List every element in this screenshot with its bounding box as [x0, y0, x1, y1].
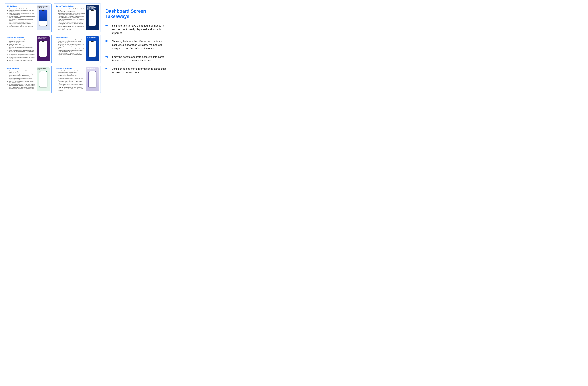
bullet: Chase icon is center aligned at the top …: [58, 39, 84, 42]
bullet: The amount of money in the account (or a…: [9, 76, 35, 81]
takeaway-text: Consider adding more information to card…: [111, 67, 169, 74]
phone-mock-icon: [39, 71, 47, 88]
screenshot-caption: Millions of pe already do.: [87, 37, 98, 38]
bullet: The amount of money is in bold and align…: [58, 16, 84, 18]
bullet: Heading that says "Hi, {user}": [9, 44, 35, 45]
bullet: Inbox, Products, and Log Out icons/links…: [58, 19, 84, 21]
card-bullets: There is a navigation slider at the top …: [7, 8, 35, 27]
card-screenshot: Manage your Bank of America® banking and…: [86, 5, 99, 30]
card-wells-fargo: Wells Fargo Dashboard Search bar at the …: [54, 66, 101, 93]
bullet: Accounts are separated into cards. (eg. …: [58, 8, 84, 11]
takeaway-number: 03: [105, 55, 109, 58]
bullet: Accounts are presented as cards.: [58, 76, 84, 78]
takeaway-item: 02 Chunking between the different accoun…: [105, 40, 169, 50]
bullet: Cards for viewing your FICO Credit Score…: [58, 84, 84, 87]
bullet: The amount of money is the largest text …: [9, 16, 35, 18]
phone-mock-icon: [88, 71, 96, 88]
bullet: For the vehicle loan, there's a small 'M…: [9, 54, 35, 57]
takeaway-text: Chunking between the different accounts …: [111, 40, 169, 50]
bullet: Search bar at the top of the dashboard.: [58, 11, 84, 12]
card-citi: Citi Dashboard There is a navigation sli…: [5, 3, 51, 32]
bullet: Navigation slider on the top of the scre…: [58, 13, 84, 15]
bullet: The checking account is displayed above …: [58, 45, 84, 48]
bullet: 'Good Afternoon' heading.: [58, 42, 84, 44]
card-bullets: Search bar at the top of the screen with…: [56, 70, 84, 91]
card-bullets: Accounts are separated into cards. (eg. …: [56, 8, 84, 30]
bullet: Search bar at the top of the screen with…: [58, 70, 84, 73]
dashboard-cards-grid: Citi Dashboard There is a navigation sli…: [5, 3, 101, 93]
card-chase: Chase Dashboard Chase icon is center ali…: [54, 35, 101, 63]
bullet: The amount of money in the account is th…: [58, 48, 84, 52]
bullet: A link to Log Out, a chat icon, inbox ic…: [9, 39, 35, 42]
card-ally: Ally Financial Dashboard A link to Log O…: [5, 35, 51, 63]
bullet: There's an account label underneath the …: [9, 60, 35, 61]
bullet: There's a 'Welcome' message and search i…: [9, 19, 35, 21]
bullet: No Wells Fargo logo displayed on this pa…: [58, 75, 84, 76]
slide-root: Citi Dashboard There is a navigation sli…: [5, 3, 169, 93]
card-screenshot: Millions of pe already do.: [86, 36, 99, 61]
screenshot-caption: Banking that has your back®: [38, 68, 49, 70]
takeaway-number: 01: [105, 24, 109, 27]
card-title: Chime Dashboard: [7, 68, 35, 69]
bullet: No logo displayed on this page.: [9, 24, 35, 26]
bullet: On the 'card' for each account, there ar…: [9, 81, 35, 83]
bullet: Amount of money in the account is aligne…: [9, 57, 35, 60]
card-chime: Chime Dashboard The logo is at the top o…: [5, 66, 51, 93]
card-body: Chime Dashboard The logo is at the top o…: [7, 68, 35, 91]
card-screenshot: Banking that has your back®: [37, 68, 50, 91]
card-screenshot: See your big picture: [86, 68, 99, 91]
takeaway-item: 01 It is important to have the amount of…: [105, 24, 169, 35]
takeaway-text: It may be best to separate accounts into…: [111, 55, 169, 63]
phone-mock-icon: [88, 10, 96, 26]
phone-mock-icon: [39, 41, 47, 57]
bullet: On the card for each account, there is t…: [58, 78, 84, 81]
bullet: The logo is at the top of the screen wit…: [9, 70, 35, 73]
card-body: Wells Fargo Dashboard Search bar at the …: [56, 68, 84, 91]
bullet: "Good Morning, {user}" heading.: [58, 73, 84, 75]
card-title: Bank of America Dasboard: [56, 5, 84, 7]
screenshot-caption: See your big picture: [87, 68, 98, 69]
bullet: For the credit builder option, there is …: [9, 84, 35, 86]
takeaway-item: 04 Consider adding more information to c…: [105, 67, 169, 74]
bullet: The amount of money is left aligned and …: [58, 81, 84, 84]
bullet: Small buttons for editing, Zelle, Fico S…: [9, 26, 35, 27]
card-body: Bank of America Dasboard Accounts are se…: [56, 5, 84, 30]
bullet: There are small buttons at the top of th…: [58, 52, 84, 57]
bullet: Account cards are darker in color and gr…: [9, 13, 35, 15]
bullet: Accounts are displayed under dropdowns (…: [9, 10, 35, 12]
bullet: Account Type headings are not a part of …: [9, 49, 35, 54]
takeaways-panel: Dashboard Screen Takeaways 01 It is impo…: [104, 3, 169, 74]
card-body: Chase Dashboard Chase icon is center ali…: [56, 36, 84, 61]
card-bank-of-america: Bank of America Dasboard Accounts are se…: [54, 3, 101, 32]
card-title: Citi Dashboard: [7, 5, 35, 7]
bullet: Accounts label with a card underneath fo…: [58, 44, 84, 45]
bullet: Given that there is an up arrow on the t…: [58, 26, 84, 29]
takeaway-number: 02: [105, 40, 109, 43]
bullet: There are two toggle switches (or an ico…: [9, 87, 35, 91]
card-bullets: Chase icon is center aligned at the top …: [56, 39, 84, 57]
screenshot-caption: A fresh look in a single, simple experie…: [38, 37, 49, 39]
bullet: Overall, the design is well-balanced so …: [58, 87, 84, 91]
bullet: The total amount of money is displayed b…: [9, 45, 35, 49]
takeaway-item: 03 It may be best to separate accounts i…: [105, 55, 169, 63]
card-bullets: The logo is at the top of the screen wit…: [7, 70, 35, 91]
bullet: The background is light green and the se…: [9, 73, 35, 76]
screenshot-caption: Mobile banking redesigned for everyday l…: [38, 6, 49, 8]
bullet: No logo displayed on this page.: [9, 42, 35, 44]
card-body: Ally Financial Dashboard A link to Log O…: [7, 36, 35, 61]
card-bullets: A link to Log Out, a chat icon, inbox ic…: [7, 39, 35, 61]
phone-mock-icon: [88, 41, 96, 57]
takeaway-number: 04: [105, 67, 109, 70]
card-title: Wells Fargo Dashboard: [56, 68, 84, 69]
card-body: Citi Dashboard There is a navigation sli…: [7, 5, 35, 30]
takeaway-list: 01 It is important to have the amount of…: [105, 24, 169, 74]
card-title: Chase Dashboard: [56, 36, 84, 38]
bullet: No logo besides on the cards.: [58, 29, 84, 30]
takeaway-text: It is important to have the amount of mo…: [111, 24, 169, 35]
card-screenshot: A fresh look in a single, simple experie…: [37, 36, 50, 61]
phone-mock-icon: [39, 10, 47, 26]
screenshot-caption: Manage your Bank of America® banking and…: [87, 6, 98, 10]
card-screenshot: Mobile banking redesigned for everyday l…: [37, 5, 50, 30]
card-title: Ally Financial Dashboard: [7, 36, 35, 38]
bullet: There is a navigation slider at the top …: [9, 8, 35, 10]
